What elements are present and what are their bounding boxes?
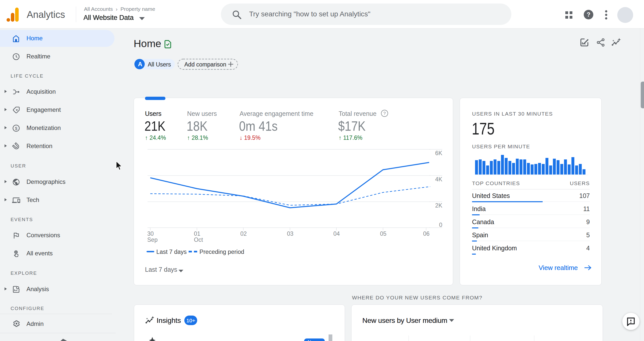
svg-text:03: 03 [287, 230, 294, 237]
svg-text:01: 01 [194, 230, 200, 237]
svg-text:?: ? [587, 11, 591, 18]
svg-text:0: 0 [439, 222, 442, 228]
svg-text:2K: 2K [435, 202, 443, 209]
svg-text:02: 02 [240, 230, 247, 237]
svg-text:30: 30 [147, 230, 154, 237]
svg-text:$: $ [15, 126, 17, 131]
svg-text:Last 7 days: Last 7 days [156, 249, 187, 255]
svg-text:Preceding period: Preceding period [199, 249, 244, 255]
svg-text:06: 06 [423, 230, 430, 237]
svg-text:4K: 4K [435, 176, 443, 183]
svg-text:05: 05 [380, 230, 387, 237]
svg-text:Sep: Sep [147, 236, 158, 243]
svg-text:6K: 6K [435, 150, 443, 156]
svg-text:04: 04 [333, 230, 340, 237]
svg-text:Oct: Oct [194, 236, 203, 243]
svg-text:Last 7 days: Last 7 days [145, 266, 177, 273]
